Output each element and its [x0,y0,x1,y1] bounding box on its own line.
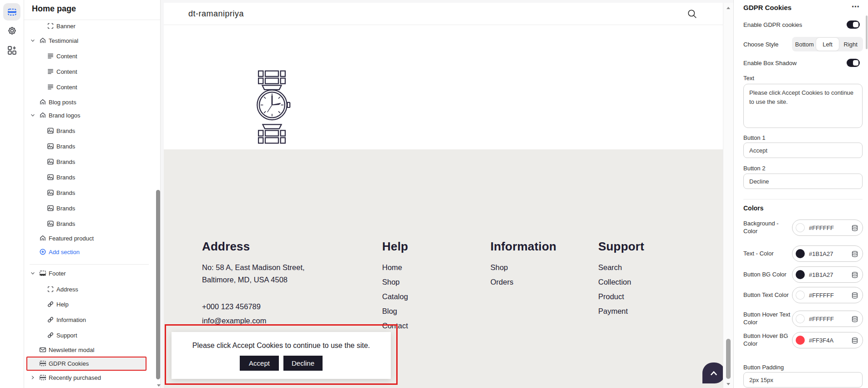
sidebar-item-support[interactable]: Support [24,328,154,342]
button-hover-text-color-picker[interactable]: #FFFFFF [792,311,863,327]
color-hex-value: #FF3F4A [809,337,833,344]
button-hover-bg-color-picker[interactable]: #FF3F4A [792,332,863,348]
sidebar-item-footer[interactable]: Footer [24,266,154,280]
toggle-knob [853,22,858,27]
footer-heading: Address [202,240,250,254]
panel-scrollbar-thumb[interactable] [866,15,868,49]
sidebar-item-brands[interactable]: Brands [24,155,154,168]
footer-section-icon [39,270,46,277]
text-color-picker[interactable]: #1B1A27 [792,245,863,262]
background-color-picker[interactable]: #FFFFFF [792,220,863,236]
settings-gear-icon[interactable] [7,26,17,36]
sidebar-item-brands[interactable]: Brands [24,124,154,138]
accept-cookies-button[interactable]: Accept [240,356,279,371]
button-text-color-picker[interactable]: #FFFFFF [792,287,863,303]
color-row-label: Text - Color [743,245,791,262]
divider [743,199,863,199]
bracket-block-icon [47,22,54,30]
preview-scrollbar-thumb[interactable] [726,339,731,379]
scrollbar-up-arrow[interactable] [727,7,730,9]
sidebar-item-information[interactable]: Information [24,313,154,327]
section-home-icon [39,112,46,119]
store-logo[interactable]: dt-ramanipriya [188,3,244,25]
sections-sidebar: Home page Banner Testimonial Content Con… [24,0,161,388]
divider [30,264,149,265]
sidebar-item-brand-logos[interactable]: Brand logos [24,108,154,122]
enable-gdpr-toggle[interactable] [847,20,860,29]
sidebar-item-brands[interactable]: Brands [24,186,154,199]
button-padding-label: Button Padding [743,364,784,371]
database-icon[interactable] [851,292,858,299]
sidebar-item-brands[interactable]: Brands [24,201,154,215]
style-option-bottom[interactable]: Bottom [793,38,816,51]
chevron-down-icon[interactable] [30,38,35,43]
footer-link[interactable]: Catalog [382,292,408,301]
footer-link[interactable]: Product [598,292,624,301]
sidebar-item-featured-product[interactable]: Featured product [24,231,154,245]
footer-link[interactable]: Orders [490,278,513,286]
chevron-right-icon[interactable] [30,375,35,380]
sidebar-item-content[interactable]: Content [24,80,154,94]
footer-link[interactable]: Payment [598,307,628,316]
sidebar-scrollbar-thumb[interactable] [156,190,160,379]
color-row-label: Background - Color [743,220,791,236]
sidebar-item-brands[interactable]: Brands [24,139,154,153]
chevron-down-icon[interactable] [30,112,35,118]
apps-grid-plus-icon[interactable] [7,46,17,55]
sidebar-item-blog-posts[interactable]: Blog posts [24,95,154,109]
sidebar-item-brands[interactable]: Brands [24,217,154,230]
button-bg-color-picker[interactable]: #1B1A27 [792,266,863,283]
sidebar-item-testimonial[interactable]: Testimonial [24,34,154,47]
more-options-icon[interactable]: ⋯ [852,2,860,11]
image-icon [47,220,54,227]
plus-circle-icon [39,248,46,255]
sections-tab-icon[interactable] [7,7,17,17]
database-icon[interactable] [851,337,858,344]
scrollbar-down-arrow[interactable] [727,383,730,385]
search-icon[interactable] [687,9,697,19]
style-option-left[interactable]: Left [816,38,839,51]
preview-scrollbar[interactable] [723,3,733,388]
phone-number: +000 123 456789 [202,302,261,311]
section-home-icon [39,235,46,242]
sidebar-item-help[interactable]: Help [24,297,154,311]
sidebar-item-gdpr-cookies[interactable]: GDPR Cookies [24,357,154,370]
footer-link[interactable]: Collection [598,278,631,286]
color-swatch [796,336,805,345]
sidebar-item-brands[interactable]: Brands [24,170,154,184]
sidebar-item-address[interactable]: Address [24,282,154,296]
button1-text-input[interactable] [743,143,863,158]
button-padding-input[interactable] [743,372,863,388]
sidebar-item-banner[interactable]: Banner [24,19,154,33]
add-section-button[interactable]: Add section [24,245,154,259]
database-icon[interactable] [851,250,858,258]
footer-link[interactable]: Search [598,263,622,272]
database-icon[interactable] [851,271,858,279]
chevron-down-icon[interactable] [30,271,35,276]
footer-link[interactable]: Blog [382,307,397,316]
sidebar-item-content[interactable]: Content [24,49,154,63]
scroll-to-top-button[interactable] [702,362,725,383]
footer-heading: Help [382,240,408,254]
sidebar-item-content[interactable]: Content [24,65,154,78]
footer-link[interactable]: Home [382,263,402,272]
store-header: dt-ramanipriya [164,3,723,25]
footer-link[interactable]: Shop [382,278,400,286]
footer-link[interactable]: Shop [490,263,508,272]
style-option-right[interactable]: Right [839,38,862,51]
content-lines-icon [47,52,54,60]
sidebar-scrollbar-down-arrow[interactable] [157,384,161,387]
content-lines-icon [47,68,54,75]
box-shadow-toggle[interactable] [847,59,860,67]
button2-text-input[interactable] [743,174,863,189]
gdpr-text-input[interactable]: Please click Accept Cookies to continue … [743,84,863,128]
database-icon[interactable] [851,316,858,323]
enable-gdpr-label: Enable GDPR cookies [743,21,802,28]
image-icon [47,158,54,165]
sidebar-item-recently-purchased[interactable]: Recently purchased [24,371,154,384]
color-swatch [796,249,805,258]
sidebar-item-newsletter-modal[interactable]: Newsletter modal [24,343,154,357]
database-icon[interactable] [851,225,858,232]
button1-label: Button 1 [743,134,765,141]
decline-cookies-button[interactable]: Decline [283,356,323,371]
